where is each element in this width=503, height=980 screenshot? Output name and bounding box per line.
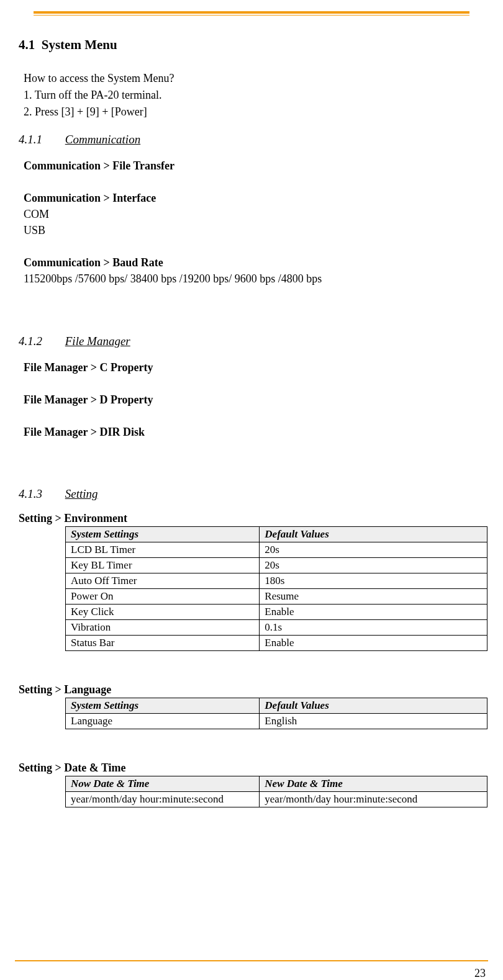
bottom-rule-icon (15, 960, 488, 961)
cell-name: Auto Off Timer (66, 573, 260, 588)
table-row: LCD BL Timer20s (66, 542, 487, 557)
table-row: Vibration0.1s (66, 619, 487, 635)
cell-value: Enable (260, 604, 487, 619)
cell-value: Resume (260, 588, 487, 604)
subsection-number: 4.1.3 (19, 487, 62, 501)
fm-d-property: File Manager > D Property (24, 392, 484, 408)
cell-value: Enable (260, 635, 487, 650)
table-row: Auto Off Timer180s (66, 573, 487, 588)
table-row: Key ClickEnable (66, 604, 487, 619)
col-header-new-date-time: New Date & Time (260, 776, 487, 791)
subsection-title: Setting (65, 487, 98, 500)
section-number: 4.1 (19, 37, 35, 52)
cell-name: year/month/day hour:minute:second (66, 791, 260, 807)
intro-question: How to access the System Menu? (24, 70, 484, 87)
cell-name: Language (66, 713, 260, 729)
cell-name: Power On (66, 588, 260, 604)
env-table-label: Setting > Environment (19, 512, 484, 525)
comm-block: Communication > File Transfer Communicat… (24, 158, 484, 287)
cell-name: Key BL Timer (66, 557, 260, 573)
intro-step-2: 2. Press [3] + [9] + [Power] (24, 104, 484, 120)
top-rule-icon (19, 11, 484, 17)
intro-block: How to access the System Menu? 1. Turn o… (24, 70, 484, 120)
interface-option-usb: USB (24, 222, 484, 238)
col-header-system-settings: System Settings (66, 698, 260, 713)
cell-name: Status Bar (66, 635, 260, 650)
table-row: Status BarEnable (66, 635, 487, 650)
cell-value: 20s (260, 557, 487, 573)
col-header-now-date-time: Now Date & Time (66, 776, 260, 791)
cell-name: Key Click (66, 604, 260, 619)
baud-heading: Communication > Baud Rate (24, 254, 484, 271)
col-header-default-values: Default Values (260, 526, 487, 542)
table-header-row: Now Date & Time New Date & Time (66, 776, 487, 791)
cell-value: 20s (260, 542, 487, 557)
interface-heading: Communication > Interface (24, 190, 484, 206)
file-transfer-heading: Communication > File Transfer (24, 158, 484, 174)
subsection-number: 4.1.1 (19, 133, 62, 146)
cell-value: 0.1s (260, 619, 487, 635)
table-row: Key BL Timer20s (66, 557, 487, 573)
env-table: System Settings Default Values LCD BL Ti… (65, 526, 487, 651)
table-row: Power OnResume (66, 588, 487, 604)
subsection-411-heading: 4.1.1 Communication (19, 133, 484, 146)
cell-name: Vibration (66, 619, 260, 635)
subsection-412-heading: 4.1.2 File Manager (19, 335, 484, 348)
cell-name: LCD BL Timer (66, 542, 260, 557)
subsection-number: 4.1.2 (19, 335, 62, 348)
intro-step-1: 1. Turn off the PA-20 terminal. (24, 87, 484, 104)
interface-option-com: COM (24, 206, 484, 222)
subsection-title: File Manager (65, 335, 130, 348)
lang-table-label: Setting > Language (19, 683, 484, 696)
datetime-table-label: Setting > Date & Time (19, 762, 484, 775)
fm-dir-disk: File Manager > DIR Disk (24, 424, 484, 440)
cell-value: 180s (260, 573, 487, 588)
page-number: 23 (474, 967, 486, 980)
cell-value: year/month/day hour:minute:second (260, 791, 487, 807)
lang-table: System Settings Default Values LanguageE… (65, 698, 487, 729)
fm-c-property: File Manager > C Property (24, 359, 484, 375)
subsection-title: Communication (65, 133, 140, 146)
table-header-row: System Settings Default Values (66, 698, 487, 713)
baud-options: 115200bps /57600 bps/ 38400 bps /19200 b… (24, 271, 484, 287)
section-title: System Menu (42, 37, 117, 52)
section-heading: 4.1 System Menu (19, 37, 484, 53)
datetime-table: Now Date & Time New Date & Time year/mon… (65, 776, 487, 807)
table-header-row: System Settings Default Values (66, 526, 487, 542)
cell-value: English (260, 713, 487, 729)
table-row: year/month/day hour:minute:secondyear/mo… (66, 791, 487, 807)
document-page: 4.1 System Menu How to access the System… (0, 11, 503, 980)
col-header-default-values: Default Values (260, 698, 487, 713)
col-header-system-settings: System Settings (66, 526, 260, 542)
subsection-413-heading: 4.1.3 Setting (19, 487, 484, 501)
table-row: LanguageEnglish (66, 713, 487, 729)
file-manager-block: File Manager > C Property File Manager >… (24, 359, 484, 440)
